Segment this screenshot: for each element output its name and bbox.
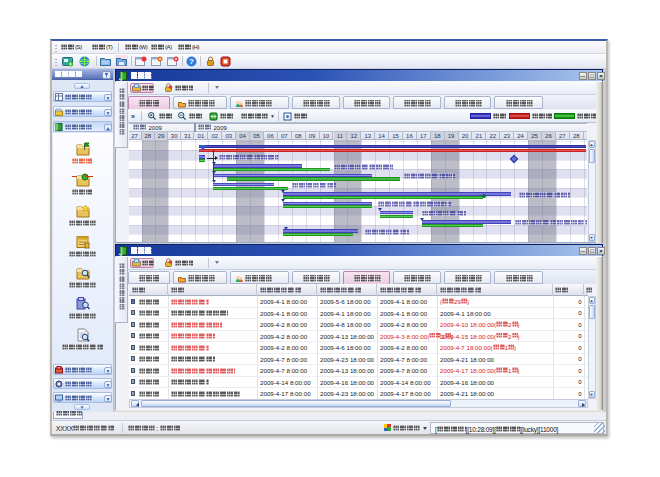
- svg-text:?: ?: [189, 57, 194, 66]
